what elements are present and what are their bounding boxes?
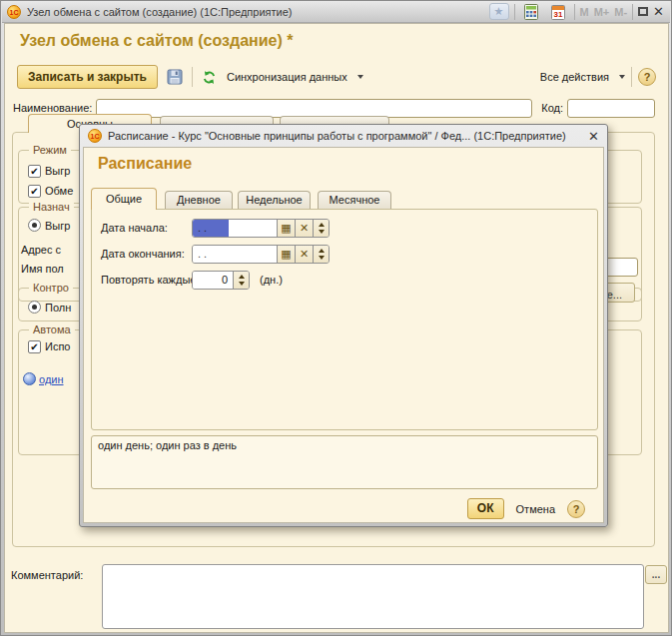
comment-more-button[interactable]: ... — [645, 565, 667, 584]
clear-button[interactable]: ✕ — [295, 220, 313, 237]
spin-up-icon[interactable] — [239, 275, 245, 279]
toolbar-separator — [192, 67, 193, 87]
1c-app-icon: 1С — [88, 129, 102, 143]
radio-full[interactable] — [28, 301, 41, 314]
checkbox-upload[interactable]: ✔ — [28, 165, 41, 178]
all-actions-button[interactable]: Все действия — [540, 71, 609, 83]
calendar-picker-button[interactable]: ▦ — [277, 246, 295, 263]
end-date-field: . . ▦ ✕ — [192, 245, 330, 264]
repeat-spinner[interactable] — [233, 272, 249, 289]
repeat-row: Повторять каждые: 0 (дн.) — [101, 270, 283, 290]
save-and-close-button[interactable]: Записать и закрыть — [17, 65, 158, 89]
spin-up-icon[interactable] — [319, 223, 325, 227]
repeat-input[interactable]: 0 — [193, 272, 233, 289]
comment-textarea[interactable] — [102, 564, 644, 629]
dialog-help-button[interactable]: ? — [567, 500, 585, 518]
schedule-dialog: 1С Расписание - Курс "Основные принципы … — [79, 124, 608, 527]
radio-upload[interactable] — [28, 219, 41, 232]
spin-down-icon[interactable] — [319, 230, 325, 234]
maximize-icon[interactable] — [638, 7, 648, 16]
start-date-row: Дата начала: . . ▦ ✕ — [101, 218, 330, 238]
main-toolbar: Записать и закрыть Синхр — [17, 64, 656, 90]
sync-menu-button[interactable]: Синхронизация данных — [227, 71, 347, 83]
spin-down-icon[interactable] — [319, 256, 325, 260]
tab-general[interactable]: Общие — [91, 188, 157, 210]
ok-button[interactable]: ОК — [467, 498, 504, 519]
tab-monthly[interactable]: Месячное — [318, 191, 391, 210]
dropdown-caret-icon — [357, 75, 363, 79]
toolbar-separator — [631, 67, 632, 87]
checkbox-exchange[interactable]: ✔ — [28, 185, 41, 198]
svg-text:31: 31 — [553, 10, 562, 19]
dialog-heading: Расписание — [98, 155, 192, 173]
memory-mplus-button: M+ — [594, 6, 610, 18]
clock-icon — [23, 372, 36, 385]
code-label: Код: — [541, 102, 563, 114]
tab-weekly[interactable]: Недельное — [238, 191, 311, 210]
repeat-field: 0 — [192, 271, 250, 290]
date-spinner[interactable] — [313, 246, 329, 263]
end-date-input[interactable]: . . — [193, 246, 277, 263]
code-input[interactable] — [567, 99, 655, 118]
name-label: Наименование: — [13, 102, 92, 114]
dialog-title: Расписание - Курс "Основные принципы раб… — [108, 130, 582, 142]
memory-mminus-button: M- — [614, 6, 627, 18]
start-date-field: . . ▦ ✕ — [192, 219, 330, 238]
start-date-input[interactable]: . . — [193, 220, 277, 237]
calculator-icon[interactable] — [520, 1, 542, 23]
date-selection: . . — [193, 220, 229, 237]
dialog-body: Расписание Общие Дневное Недельное Месяч… — [83, 147, 604, 523]
memory-m-button: M — [580, 6, 589, 18]
main-window-title: Узел обмена с сайтом (создание) (1С:Пред… — [27, 6, 483, 18]
sync-icon — [199, 66, 221, 88]
calendar-icon[interactable]: 31 — [547, 1, 569, 23]
general-tab-panel: Дата начала: . . ▦ ✕ Дата окончания: . .… — [91, 209, 598, 430]
dropdown-caret-icon — [619, 75, 625, 79]
tab-daily[interactable]: Дневное — [165, 191, 233, 210]
titlebar-separator — [514, 4, 515, 20]
save-icon[interactable] — [164, 66, 186, 88]
end-date-row: Дата окончания: . . ▦ ✕ — [101, 244, 330, 264]
comment-label: Комментарий: — [11, 569, 83, 581]
titlebar-separator — [632, 4, 633, 20]
calendar-picker-button[interactable]: ▦ — [277, 220, 295, 237]
page-title: Узел обмена с сайтом (создание) * — [20, 32, 293, 50]
main-window: 1С Узел обмена с сайтом (создание) (1С:П… — [0, 0, 672, 636]
close-icon[interactable]: ✕ — [653, 5, 664, 18]
help-button[interactable]: ? — [638, 68, 656, 86]
date-spinner[interactable] — [313, 220, 329, 237]
dialog-close-icon[interactable]: ✕ — [588, 130, 599, 143]
spin-up-icon[interactable] — [319, 249, 325, 253]
spin-down-icon[interactable] — [239, 282, 245, 286]
clear-button[interactable]: ✕ — [295, 246, 313, 263]
main-titlebar: 1С Узел обмена с сайтом (создание) (1С:П… — [2, 1, 670, 23]
dialog-buttons: ОК Отмена ? — [467, 498, 585, 519]
schedule-link[interactable]: один — [39, 373, 64, 385]
schedule-summary: один день; один раз в день — [91, 435, 598, 489]
cancel-button[interactable]: Отмена — [514, 500, 557, 518]
1c-app-icon: 1С — [7, 5, 21, 19]
name-input[interactable] — [96, 99, 532, 118]
repeat-units-label: (дн.) — [260, 274, 283, 286]
favorites-star-icon[interactable]: ★ — [489, 3, 509, 20]
titlebar-separator — [574, 4, 575, 20]
checkbox-use-schedule[interactable]: ✔ — [28, 340, 41, 353]
dialog-titlebar: 1С Расписание - Курс "Основные принципы … — [82, 126, 605, 146]
